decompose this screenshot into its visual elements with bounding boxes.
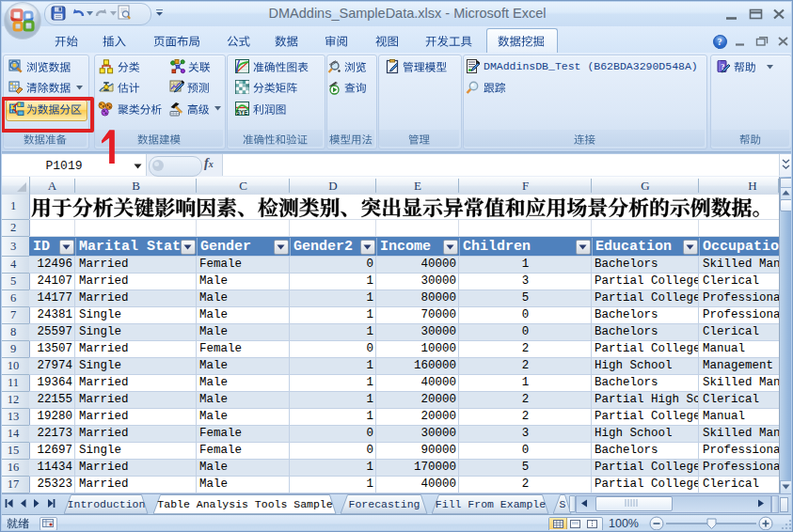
svg-text:?: ? bbox=[718, 37, 722, 47]
svg-text:$YE: $YE bbox=[236, 109, 248, 117]
